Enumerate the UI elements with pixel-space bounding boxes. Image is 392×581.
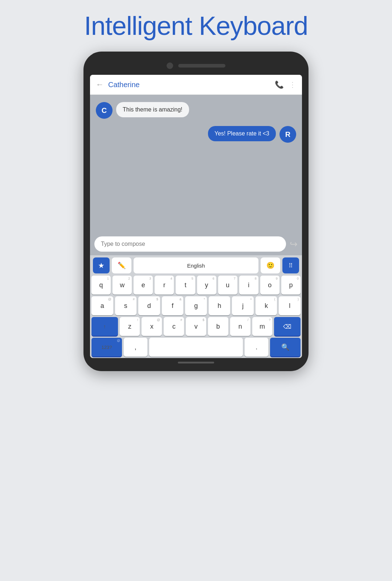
keyboard-row-1: 1q 2w 3e 4r 5t 6y 7u 8i 9o 0p [91,276,301,294]
key-f[interactable]: &f [162,296,184,315]
key-z[interactable]: !z [120,317,140,336]
compose-input[interactable] [94,236,286,252]
key-i[interactable]: 8i [239,276,258,294]
dots-button[interactable]: ⠿ [282,257,299,273]
shift-key[interactable]: ↑ [91,317,118,336]
emoji-icon: 🙂 [266,261,274,269]
msg-header: ← Catherine 📞 ⋮ [90,75,302,95]
avatar-r: R [279,126,296,143]
chat-row-right: Yes! Please rate it <3 R [96,126,296,143]
back-arrow-icon[interactable]: ← [96,80,104,89]
numbers-key[interactable]: 123? @ [91,338,122,357]
phone-camera [167,62,173,69]
avatar-c: C [96,102,113,119]
key-a[interactable]: @a [91,296,113,315]
emoji-button[interactable]: 🙂 [261,257,280,273]
keyboard-row-2: @a #s $d &f *g -h +j (k )l [91,296,301,315]
key-e[interactable]: 3e [134,276,153,294]
key-u[interactable]: 7u [218,276,237,294]
key-y[interactable]: 6y [197,276,216,294]
phone-speaker [178,64,225,68]
pen-button[interactable]: ✏️ [112,257,131,273]
language-button[interactable]: English [134,257,258,273]
key-j[interactable]: +j [232,296,254,315]
key-r[interactable]: 4r [155,276,174,294]
key-v[interactable]: $v [186,317,206,336]
chat-area: C This theme is amazing! Yes! Please rat… [90,95,302,233]
key-g[interactable]: *g [185,296,207,315]
key-t[interactable]: 5t [176,276,195,294]
phone-screen: ← Catherine 📞 ⋮ C This theme is amazing!… [90,75,302,358]
key-p[interactable]: 0p [281,276,301,294]
key-l[interactable]: )l [279,296,301,315]
home-indicator [178,362,214,363]
compose-area: ↪ [90,233,302,255]
keyboard-row-4: 123? @ , . 🔍 [91,338,301,357]
contact-name: Catherine [108,81,270,89]
header-icons: 📞 ⋮ [275,80,296,89]
phone-top-bar [90,59,302,75]
key-w[interactable]: 2w [113,276,132,294]
star-icon: ★ [98,261,105,270]
keyboard-toolbar: ★ ✏️ English 🙂 ⠿ [90,255,302,276]
phone-icon[interactable]: 📞 [275,80,284,89]
chat-bubble-sent: Yes! Please rate it <3 [208,126,276,141]
key-c[interactable]: #c [164,317,184,336]
star-button[interactable]: ★ [93,257,110,273]
keyboard: 1q 2w 3e 4r 5t 6y 7u 8i 9o 0p @a #s $d &… [90,276,302,358]
keyboard-row-3: ↑ !z @x #c $v -b /n ?m ⌫ [91,317,301,336]
key-q[interactable]: 1q [91,276,111,294]
key-x[interactable]: @x [142,317,162,336]
send-button[interactable]: ↪ [290,239,298,250]
dots-icon: ⠿ [289,262,293,269]
comma-key[interactable]: , [124,338,147,357]
period-key[interactable]: . [245,338,268,357]
key-s[interactable]: #s [115,296,137,315]
key-o[interactable]: 9o [260,276,279,294]
key-k[interactable]: (k [256,296,277,315]
key-m[interactable]: ?m [252,317,273,336]
chat-bubble-received: This theme is amazing! [116,102,189,117]
phone-frame: ← Catherine 📞 ⋮ C This theme is amazing!… [83,52,309,371]
page-title: Intelligent Keyboard [84,11,308,41]
phone-bottom-bar [90,358,302,364]
space-key[interactable] [149,338,243,357]
pen-icon: ✏️ [118,261,126,269]
key-h[interactable]: -h [209,296,230,315]
more-options-icon[interactable]: ⋮ [289,80,296,89]
key-n[interactable]: /n [230,317,250,336]
backspace-key[interactable]: ⌫ [274,317,301,336]
search-key[interactable]: 🔍 [270,338,301,357]
key-d[interactable]: $d [138,296,160,315]
key-b[interactable]: -b [208,317,228,336]
chat-row-left: C This theme is amazing! [96,102,296,119]
